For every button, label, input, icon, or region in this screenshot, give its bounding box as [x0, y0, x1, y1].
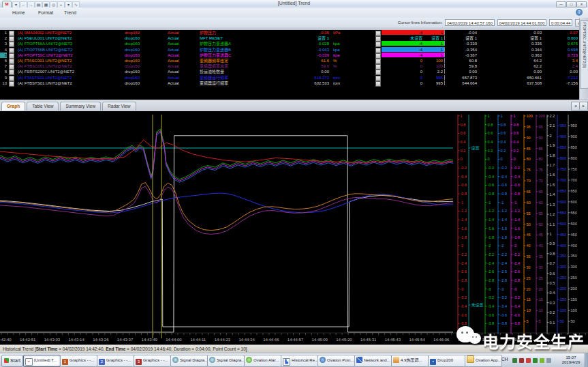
table-row[interactable]: 8(A) FSRFS2007.UNIT2@NET2drop160Actual投运…: [0, 69, 580, 74]
table-row[interactable]: 6(A) FTASC001.UNIT2@NET2drop160Actual变频器…: [0, 58, 580, 63]
time-label: 14:44:46: [263, 338, 279, 342]
signal-name: (A) FSEUL001.UNIT2@NET2: [18, 35, 72, 41]
current-value: -0.043: [286, 47, 329, 53]
tab-radar-view[interactable]: Radar View: [102, 102, 136, 111]
menu-trend[interactable]: Trend: [61, 10, 79, 16]
table-row[interactable]: 9(A) FTASTS01.UNIT2@NET2drop160Actual变频器…: [0, 75, 580, 80]
table-row[interactable]: 1(A) 0MA04002.UNIT2@NET2drop160Actual炉膛压…: [0, 30, 580, 35]
g3-icon: 3: [136, 359, 142, 365]
leaf-icon[interactable]: [540, 358, 544, 363]
language-indicator[interactable]: CH: [501, 357, 508, 362]
svg-text:-2: -2: [488, 244, 491, 248]
tab-summary-view[interactable]: Summary View: [60, 102, 101, 111]
drop-name: drop160: [125, 53, 140, 58]
delta-value: -7.156: [537, 80, 578, 86]
svg-text:-1.6: -1.6: [488, 226, 495, 231]
help-icon[interactable]: ?: [576, 9, 583, 16]
svg-text:-2.4: -2.4: [501, 261, 508, 265]
taskbar-item-13[interactable]: Ovation App...: [465, 355, 502, 367]
taskbar-item-label: Historical Re...: [292, 358, 318, 362]
svg-text:-1: -1: [514, 201, 517, 205]
svg-text:450: 450: [571, 233, 577, 237]
table-row[interactable]: 5(A) FTOPT56C.UNIT2@NET2drop160Actual炉膛压…: [0, 53, 580, 58]
svg-text:-3.4: -3.4: [501, 304, 508, 308]
units-label: %: [333, 63, 337, 69]
svg-text:20: 20: [539, 287, 543, 291]
svg-text:0.6: 0.6: [514, 131, 519, 135]
taskbar-item-4[interactable]: 3Graphics - -...: [134, 355, 171, 367]
svg-text:2.1: 2.1: [550, 123, 555, 128]
cursor-from-field[interactable]: 04/02/2019 14:43:57.160: [445, 19, 495, 26]
taskbar-item-11[interactable]: 4.9热压调...: [391, 355, 429, 367]
brush-icon: [393, 357, 399, 363]
table-row[interactable]: 3(A) FTOPT56A.UNIT2@NET2drop160Actual炉膛压…: [0, 41, 580, 46]
svg-text:-3.6: -3.6: [514, 313, 521, 317]
taskbar-item-5[interactable]: Signal Diagra...: [170, 355, 208, 367]
show-desktop-button[interactable]: [585, 353, 588, 367]
taskbar-item-1[interactable]: ≈[Untitled] T...: [23, 355, 61, 367]
row-number: 2: [0, 35, 7, 41]
cursor-to-field[interactable]: 04/02/2019 14:44:01.600: [497, 19, 547, 26]
svg-text:0.8: 0.8: [550, 252, 555, 256]
signal-name: (A) 0MA04002.UNIT2@NET2: [18, 30, 72, 35]
taskbar-item-8[interactable]: ▙Historical Re...: [281, 355, 318, 367]
selected-signal-side-tab[interactable]: FTOPT56C.UNIT2@NET2 [5]: [580, 20, 588, 89]
close-button[interactable]: ✕: [576, 1, 587, 8]
signal-description: 炉膛压力变送器B: [200, 47, 231, 53]
table-row[interactable]: 4(A) FTOPT56B.UNIT2@NET2drop160Actual炉膛压…: [0, 47, 580, 53]
svg-text:-3.2: -3.2: [461, 295, 467, 299]
time-label: 14:44:57: [288, 338, 304, 342]
drop-name: drop160: [125, 63, 140, 69]
taskbar-item-label: [Untitled] T...: [34, 358, 57, 362]
taskbar-item-9[interactable]: Ovation Poin...: [318, 355, 355, 367]
trend-chart[interactable]: 10.80.60.40.20-0.2-0.4-0.6-0.8-1-1.2-1.4…: [0, 111, 588, 344]
maximize-button[interactable]: ▢: [566, 1, 576, 8]
signal-icon: [172, 357, 179, 363]
taskbar-item-3[interactable]: 2Graphics - -...: [97, 355, 134, 367]
trend-checkbox-icon[interactable]: [9, 81, 14, 87]
taskbar-item-2[interactable]: 1Graphics - -...: [60, 355, 97, 367]
menu-format[interactable]: Format: [35, 10, 56, 16]
svg-text:200: 200: [571, 287, 577, 291]
table-row[interactable]: 2(A) FSEUL001.UNIT2@NET2drop160ActualMFT…: [0, 35, 580, 41]
taskbar-item-label: Signal Diagra...: [217, 358, 245, 362]
dot-red-icon[interactable]: [526, 358, 531, 363]
scroll-right-icon[interactable]: ▸: [579, 102, 588, 111]
minimize-button[interactable]: —: [556, 1, 566, 8]
flag-icon[interactable]: [546, 358, 551, 363]
svg-text:0.4: 0.4: [501, 140, 506, 144]
svg-text:1: 1: [501, 114, 503, 118]
orb-green-icon[interactable]: [533, 358, 538, 363]
signal-name: (A) FTBSTS01.UNIT2@NET2: [18, 80, 72, 86]
taskbar-item-10[interactable]: Network and...: [354, 355, 392, 367]
table-row[interactable]: 10(A) FTBSTS01.UNIT2@NET2drop160Actual变频…: [0, 80, 580, 86]
time-label: 14:44:23: [215, 338, 231, 342]
svg-text:0.4: 0.4: [514, 140, 519, 144]
start-button[interactable]: Start: [1, 355, 23, 367]
svg-text:65: 65: [527, 190, 531, 194]
tab-graph[interactable]: Graph: [1, 102, 25, 111]
menu-home[interactable]: Home: [10, 10, 28, 16]
trend-icon: ≈: [25, 358, 33, 366]
alarm-red-icon[interactable]: [519, 358, 524, 363]
card-icon[interactable]: [512, 358, 517, 363]
svg-text:-1.2: -1.2: [488, 209, 495, 213]
svg-text:0.6: 0.6: [488, 131, 493, 135]
svg-text:-2.8: -2.8: [488, 278, 495, 282]
point-icon: [320, 357, 326, 363]
window-title: [Untitled] Trend: [0, 1, 588, 5]
svg-text:100: 100: [560, 308, 566, 312]
tab-table-view[interactable]: Table View: [27, 102, 59, 111]
svg-text:700: 700: [571, 178, 577, 182]
scale-checkbox-icon[interactable]: [375, 81, 381, 87]
mode-label: Actual: [168, 58, 179, 63]
time-label: 14:43:14: [68, 338, 84, 342]
taskbar-item-12[interactable]: ▪Drop200: [428, 355, 465, 367]
svg-text:1.4: 1.4: [550, 192, 555, 196]
hist-icon: ▙: [283, 358, 290, 366]
table-row[interactable]: 7(A) FTBSC001.UNIT2@NET2drop160Actual变频器…: [0, 63, 580, 69]
taskbar-item-6[interactable]: Signal Diagra...: [207, 355, 245, 367]
taskbar-item-7[interactable]: Ovation Alar...: [244, 355, 281, 367]
cursor1-value: 657.873: [436, 75, 477, 80]
drop-name: drop160: [125, 69, 140, 74]
